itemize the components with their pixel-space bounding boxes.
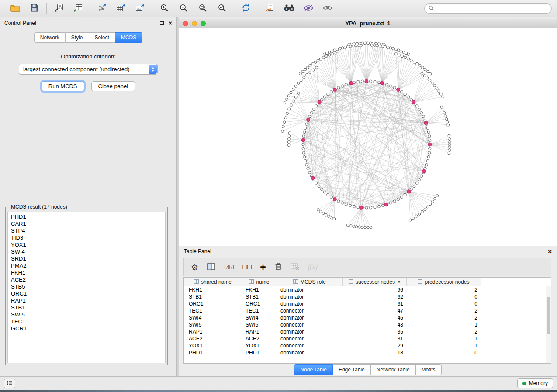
table-cell[interactable]: RAP1 bbox=[184, 329, 242, 335]
table-cell[interactable]: 61 bbox=[343, 301, 407, 307]
table-row[interactable]: FKH1FKH1dominator962 bbox=[184, 286, 546, 293]
table-row[interactable]: TEC1TEC1connector472 bbox=[184, 307, 546, 314]
refresh-button[interactable] bbox=[239, 2, 253, 15]
table-cell[interactable]: ACE2 bbox=[242, 336, 277, 342]
mcds-result-item[interactable]: STP4 bbox=[11, 227, 165, 234]
export-network-button[interactable] bbox=[95, 2, 108, 15]
table-cell[interactable]: FKH1 bbox=[184, 287, 242, 293]
table-cell[interactable]: 0 bbox=[407, 301, 481, 307]
mcds-result-item[interactable]: PMA2 bbox=[11, 262, 165, 269]
mcds-result-item[interactable]: STB5 bbox=[11, 283, 165, 290]
show-columns-button[interactable] bbox=[207, 263, 215, 272]
table-cell[interactable]: SWI4 bbox=[242, 315, 277, 321]
table-row[interactable]: YOX1YOX1connector291 bbox=[184, 342, 546, 349]
table-scrollbar-thumb[interactable] bbox=[547, 297, 550, 334]
criterion-select[interactable]: largest connected component (undirected) bbox=[19, 64, 158, 75]
tab-network-table[interactable]: Network Table bbox=[371, 364, 416, 375]
network-canvas[interactable] bbox=[179, 28, 557, 246]
table-cell[interactable]: 0 bbox=[407, 294, 481, 300]
table-cell[interactable]: SWI5 bbox=[242, 322, 277, 328]
close-panel-icon[interactable]: × bbox=[168, 21, 172, 25]
table-cell[interactable]: SWI4 bbox=[184, 315, 242, 321]
table-cell[interactable]: connector bbox=[277, 343, 343, 349]
style-preview-button[interactable] bbox=[302, 2, 315, 15]
table-cell[interactable]: YOX1 bbox=[184, 343, 242, 349]
table-cell[interactable]: dominator bbox=[277, 350, 343, 356]
table-cell[interactable]: dominator bbox=[277, 301, 343, 307]
table-cell[interactable]: 2 bbox=[407, 329, 481, 335]
table-cell[interactable]: dominator bbox=[277, 329, 343, 335]
table-scrollbar[interactable] bbox=[546, 286, 551, 363]
column-header-predecessor-nodes[interactable]: predecessor nodes bbox=[407, 278, 481, 286]
table-row[interactable]: SWI5SWI5connector431 bbox=[184, 321, 546, 328]
mcds-result-item[interactable]: STB1 bbox=[11, 304, 165, 311]
global-search[interactable] bbox=[424, 3, 552, 14]
delete-column-button[interactable] bbox=[275, 262, 282, 272]
table-cell[interactable]: 2 bbox=[407, 315, 481, 321]
export-image-button[interactable] bbox=[134, 2, 147, 15]
table-cell[interactable]: dominator bbox=[277, 315, 343, 321]
table-cell[interactable]: 62 bbox=[343, 294, 407, 300]
mcds-result-item[interactable]: ACE2 bbox=[11, 276, 165, 283]
table-cell[interactable]: dominator bbox=[277, 287, 343, 293]
table-cell[interactable]: connector bbox=[277, 322, 343, 328]
table-cell[interactable]: FKH1 bbox=[242, 287, 277, 293]
table-cell[interactable]: PHD1 bbox=[242, 350, 277, 356]
table-cell[interactable]: PHD1 bbox=[184, 350, 242, 356]
table-cell[interactable]: STB1 bbox=[184, 294, 242, 300]
table-cell[interactable]: 35 bbox=[343, 329, 407, 335]
search-network-button[interactable] bbox=[283, 2, 296, 15]
mcds-result-item[interactable]: RAP1 bbox=[11, 297, 165, 304]
column-header-shared-name[interactable]: shared name bbox=[184, 278, 242, 286]
table-cell[interactable]: 1 bbox=[407, 343, 481, 349]
tab-style[interactable]: Style bbox=[66, 32, 89, 43]
table-cell[interactable]: ORC1 bbox=[184, 301, 242, 307]
tab-motifs[interactable]: Motifs bbox=[416, 364, 442, 375]
mcds-result-item[interactable]: ORC1 bbox=[11, 290, 165, 297]
mcds-result-item[interactable]: SWI5 bbox=[11, 311, 165, 318]
window-close-icon[interactable] bbox=[183, 21, 188, 26]
memory-button[interactable]: Memory bbox=[517, 378, 553, 388]
table-cell[interactable]: connector bbox=[277, 336, 343, 342]
table-cell[interactable]: SWI5 bbox=[184, 322, 242, 328]
open-session-button[interactable] bbox=[9, 2, 22, 15]
tab-node-table[interactable]: Node Table bbox=[294, 364, 333, 375]
table-row[interactable]: ACE2ACE2connector311 bbox=[184, 335, 546, 342]
table-row[interactable]: RAP1RAP1dominator352 bbox=[184, 328, 546, 335]
tab-select[interactable]: Select bbox=[89, 32, 115, 43]
run-mcds-button[interactable]: Run MCDS bbox=[42, 81, 84, 91]
table-cell[interactable]: 31 bbox=[343, 336, 407, 342]
table-cell[interactable]: YOX1 bbox=[242, 343, 277, 349]
table-row[interactable]: ORC1ORC1dominator610 bbox=[184, 300, 546, 307]
network-graph[interactable] bbox=[179, 28, 557, 246]
add-column-button[interactable]: + bbox=[260, 263, 266, 272]
save-session-button[interactable] bbox=[28, 2, 41, 15]
mcds-result-item[interactable]: SWI4 bbox=[11, 248, 165, 255]
table-row[interactable]: STB1STB1dominator620 bbox=[184, 293, 546, 300]
table-cell[interactable]: RAP1 bbox=[242, 329, 277, 335]
table-row[interactable]: SWI4SWI4dominator462 bbox=[184, 314, 546, 321]
mcds-result-item[interactable]: FKH1 bbox=[11, 269, 165, 276]
table-cell[interactable]: 2 bbox=[407, 287, 481, 293]
mcds-result-item[interactable]: TEC1 bbox=[11, 318, 165, 325]
mcds-result-item[interactable]: PHD1 bbox=[11, 213, 165, 220]
mcds-result-item[interactable]: YOX1 bbox=[11, 241, 165, 248]
mcds-result-item[interactable]: SRD1 bbox=[11, 255, 165, 262]
table-cell[interactable]: 2 bbox=[407, 308, 481, 314]
table-row[interactable]: PHD1PHD1dominator180 bbox=[184, 349, 546, 356]
table-cell[interactable]: ORC1 bbox=[242, 301, 277, 307]
table-cell[interactable]: TEC1 bbox=[242, 308, 277, 314]
table-settings-button[interactable]: ⚙ bbox=[191, 263, 198, 272]
zoom-selected-button[interactable] bbox=[215, 2, 228, 15]
table-cell[interactable]: 46 bbox=[343, 315, 407, 321]
window-minimize-icon[interactable] bbox=[192, 21, 197, 26]
zoom-in-button[interactable] bbox=[158, 2, 171, 15]
search-input[interactable] bbox=[437, 6, 547, 12]
table-cell[interactable]: ACE2 bbox=[184, 336, 242, 342]
table-cell[interactable]: 1 bbox=[407, 322, 481, 328]
table-cell[interactable]: 0 bbox=[407, 350, 481, 356]
zoom-out-button[interactable] bbox=[177, 2, 190, 15]
float-table-panel-icon[interactable] bbox=[540, 250, 543, 253]
tab-edge-table[interactable]: Edge Table bbox=[333, 364, 371, 375]
show-hide-button[interactable] bbox=[321, 2, 334, 15]
